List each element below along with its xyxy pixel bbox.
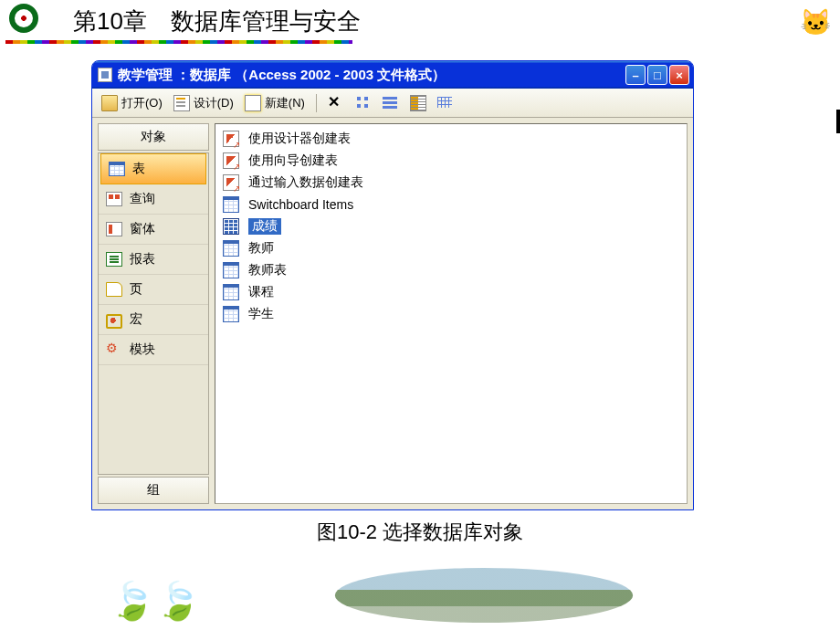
view-details-button[interactable] bbox=[434, 93, 457, 113]
report-icon bbox=[106, 252, 122, 267]
sidebar-item-label: 查询 bbox=[130, 191, 155, 207]
list-item[interactable]: 学生 bbox=[219, 303, 683, 325]
window-title: 教学管理 ：数据库 （Access 2002 - 2003 文件格式） bbox=[118, 67, 625, 84]
list-item[interactable]: 成绩 bbox=[219, 215, 683, 237]
sidebar-item-page[interactable]: 页 bbox=[99, 275, 208, 305]
large-icons-icon bbox=[355, 95, 372, 111]
sidebar-object-list: 表查询窗体报表页宏模块 bbox=[98, 152, 209, 475]
close-button[interactable]: × bbox=[669, 65, 689, 85]
leaf-decoration-icon: 🍃🍃 bbox=[110, 580, 201, 623]
list-item-label: 使用设计器创建表 bbox=[248, 131, 351, 147]
table-icon bbox=[223, 306, 239, 322]
macro-icon bbox=[106, 312, 122, 327]
table-icon bbox=[223, 284, 239, 300]
small-icons-icon bbox=[383, 95, 399, 111]
sidebar-item-label: 页 bbox=[130, 281, 142, 298]
minimize-button[interactable]: – bbox=[625, 65, 646, 85]
new-label: 新建(N) bbox=[265, 95, 305, 111]
sidebar-item-label: 窗体 bbox=[130, 221, 155, 237]
sidebar-item-report[interactable]: 报表 bbox=[99, 245, 208, 275]
table-icon bbox=[109, 162, 125, 176]
sidebar-item-table[interactable]: 表 bbox=[100, 153, 206, 184]
list-item[interactable]: 教师 bbox=[219, 237, 683, 259]
list-item-label: 教师 bbox=[248, 240, 274, 257]
open-label: 打开(O) bbox=[121, 95, 163, 111]
list-item-label: Switchboard Items bbox=[248, 197, 353, 212]
table-icon bbox=[223, 196, 239, 213]
page-icon bbox=[106, 282, 122, 297]
module-icon bbox=[106, 342, 122, 357]
maximize-button[interactable]: □ bbox=[647, 65, 667, 85]
app-icon bbox=[98, 68, 112, 82]
sidebar-item-macro[interactable]: 宏 bbox=[99, 305, 208, 335]
list-item[interactable]: 使用向导创建表 bbox=[219, 150, 683, 172]
list-item-label: 通过输入数据创建表 bbox=[248, 174, 363, 191]
sidebar-item-query[interactable]: 查询 bbox=[99, 184, 208, 215]
details-icon bbox=[437, 95, 454, 111]
list-icon bbox=[410, 95, 426, 111]
chapter-title: 第10章 数据库管理与安全 bbox=[73, 5, 361, 37]
slide-notch bbox=[836, 110, 840, 133]
design-label: 设计(D) bbox=[194, 95, 234, 111]
list-item[interactable]: 通过输入数据创建表 bbox=[219, 172, 683, 194]
design-button[interactable]: 设计(D) bbox=[170, 93, 237, 113]
sidebar-item-form[interactable]: 窗体 bbox=[99, 215, 208, 245]
rainbow-divider bbox=[5, 40, 352, 44]
list-item-label: 使用向导创建表 bbox=[248, 152, 338, 169]
main-list[interactable]: 使用设计器创建表使用向导创建表通过输入数据创建表Switchboard Item… bbox=[215, 123, 688, 504]
list-item-label: 学生 bbox=[248, 306, 274, 322]
table-icon bbox=[223, 218, 239, 235]
new-button[interactable]: 新建(N) bbox=[241, 93, 309, 113]
list-item[interactable]: 使用设计器创建表 bbox=[219, 128, 683, 150]
sidebar-item-label: 报表 bbox=[130, 251, 155, 268]
open-icon bbox=[101, 95, 118, 111]
design-icon bbox=[173, 95, 190, 111]
cat-decoration-icon bbox=[800, 7, 829, 47]
new-icon bbox=[245, 95, 261, 111]
titlebar[interactable]: 教学管理 ：数据库 （Access 2002 - 2003 文件格式） – □ … bbox=[92, 61, 693, 89]
sidebar-item-label: 模块 bbox=[130, 341, 155, 358]
list-item-label: 课程 bbox=[248, 284, 274, 300]
list-item-label: 成绩 bbox=[248, 218, 281, 235]
wizard-icon bbox=[223, 152, 239, 169]
form-icon bbox=[106, 222, 122, 236]
sidebar-item-label: 宏 bbox=[130, 311, 142, 328]
delete-button[interactable]: ✕ bbox=[324, 93, 348, 113]
list-item-label: 教师表 bbox=[248, 262, 287, 278]
access-window: 教学管理 ：数据库 （Access 2002 - 2003 文件格式） – □ … bbox=[91, 60, 694, 510]
sidebar-item-label: 表 bbox=[132, 161, 145, 177]
list-item[interactable]: 课程 bbox=[219, 281, 683, 303]
table-icon bbox=[223, 262, 239, 278]
sidebar-item-module[interactable]: 模块 bbox=[99, 335, 208, 365]
list-item[interactable]: Switchboard Items bbox=[219, 194, 683, 215]
view-small-button[interactable] bbox=[379, 93, 403, 113]
figure-caption: 图10-2 选择数据库对象 bbox=[0, 519, 840, 546]
sidebar: 对象 表查询窗体报表页宏模块 组 bbox=[98, 123, 209, 504]
wizard-icon bbox=[223, 131, 239, 147]
delete-icon: ✕ bbox=[328, 95, 344, 111]
sidebar-header-groups[interactable]: 组 bbox=[98, 477, 209, 504]
wizard-icon bbox=[223, 174, 239, 191]
view-list-button[interactable] bbox=[406, 93, 430, 113]
list-item[interactable]: 教师表 bbox=[219, 259, 683, 281]
table-icon bbox=[223, 240, 239, 257]
toolbar: 打开(O) 设计(D) 新建(N) ✕ bbox=[92, 89, 693, 118]
open-button[interactable]: 打开(O) bbox=[98, 93, 166, 113]
wreath-decoration-icon bbox=[9, 4, 38, 33]
toolbar-separator bbox=[316, 94, 317, 112]
query-icon bbox=[106, 192, 122, 206]
view-large-button[interactable] bbox=[352, 93, 375, 113]
sidebar-header-objects[interactable]: 对象 bbox=[98, 123, 209, 151]
scenery-decoration bbox=[329, 568, 639, 623]
